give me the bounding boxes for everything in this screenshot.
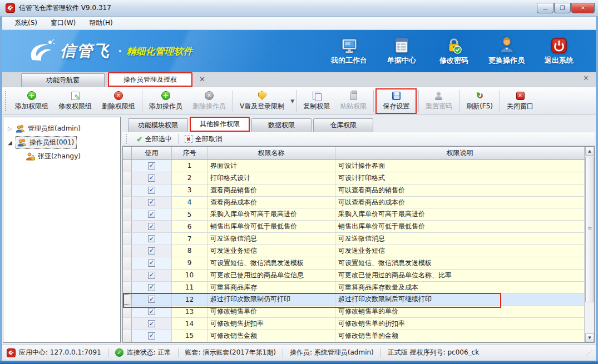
tab-operator-management[interactable]: 操作员管理及授权 (108, 72, 192, 87)
switch-operator-button[interactable]: 更换操作员 (488, 37, 525, 66)
refresh-button[interactable]: 刷新(F5) (461, 89, 498, 113)
document-center-button[interactable]: 单据中心 (384, 37, 419, 66)
header-permission-desc[interactable]: 权限说明 (335, 147, 585, 159)
table-row[interactable]: 15 可修改销售金额 可修改销售单的金额 (123, 330, 585, 342)
row-use-cell[interactable] (132, 221, 172, 232)
exit-system-button[interactable]: 退出系统 (541, 37, 577, 66)
scroll-down-icon[interactable] (585, 333, 594, 342)
change-password-button[interactable]: 修改密码 (436, 37, 472, 66)
scrollbar-thumb[interactable] (585, 157, 594, 302)
tree-item-operator-zhangy[interactable]: 张亚(zhangy) (3, 149, 120, 163)
save-settings-button[interactable]: 保存设置 (378, 89, 414, 113)
row-desc-cell[interactable]: 采购入库单价可高于最高进价 (335, 208, 585, 220)
ukey-login-limit-button[interactable]: V盾及登录限制 (235, 89, 289, 113)
tab-close-icon[interactable]: ✕ (199, 75, 205, 83)
header-number[interactable]: 序号 (172, 147, 207, 159)
row-checkbox[interactable] (148, 308, 155, 315)
row-checkbox[interactable] (148, 284, 155, 291)
collapsed-arrow-icon[interactable]: ▷ (8, 126, 16, 132)
row-use-cell[interactable] (132, 293, 172, 305)
row-checkbox[interactable] (148, 199, 155, 206)
deselect-all-button[interactable]: 全部取消 (180, 133, 227, 145)
edit-permission-group-button[interactable]: 修改权限组 (53, 89, 97, 113)
row-desc-cell[interactable]: 可修改销售单的单价 (335, 306, 585, 317)
row-use-cell[interactable] (132, 306, 172, 317)
tabstrip-close-icon[interactable]: ✕ (583, 74, 589, 82)
table-row[interactable]: 3 查看商品销售价 可以查看商品的销售价 (123, 185, 585, 197)
row-name-cell[interactable]: 销售出库单价可低于最低售价 (207, 221, 335, 232)
row-name-cell[interactable]: 可修改销售金额 (207, 330, 335, 342)
table-row[interactable]: 2 打印格式设计 可设计打印格式 (123, 172, 585, 185)
row-use-cell[interactable] (132, 318, 172, 330)
row-checkbox[interactable] (148, 235, 155, 242)
row-checkbox[interactable] (148, 211, 155, 218)
row-use-cell[interactable] (132, 233, 172, 245)
delete-permission-group-button[interactable]: 删除权限组 (97, 89, 140, 113)
menu-system[interactable]: 系统(S) (9, 17, 43, 29)
row-desc-cell[interactable]: 可设置短信、微信消息发送模板 (335, 257, 585, 269)
row-use-cell[interactable] (132, 208, 172, 220)
table-row[interactable]: 10 可更改已使用过的商品单位信息 可更改已使用过的商品单位名称、比率 (123, 270, 585, 282)
row-checkbox[interactable] (148, 320, 155, 327)
row-desc-cell[interactable]: 销售出库单价可低于最低售价 (335, 221, 585, 232)
table-row[interactable]: 6 销售出库单价可低于最低售价 销售出库单价可低于最低售价 (123, 221, 585, 233)
resize-grip-icon[interactable] (586, 349, 591, 357)
minimize-button[interactable] (537, 3, 553, 13)
tab-data-permissions[interactable]: 数据权限 (251, 118, 312, 132)
scroll-up-icon[interactable] (585, 147, 594, 156)
row-use-cell[interactable] (132, 257, 172, 269)
table-row[interactable]: 12 超过打印次数限制仍可打印 超过打印次数限制后可继续打印 (123, 293, 585, 306)
row-name-cell[interactable]: 界面设计 (207, 160, 335, 172)
paste-permissions-button[interactable]: 粘贴权限 (335, 89, 372, 113)
menu-window[interactable]: 窗口(W) (45, 17, 81, 29)
row-use-cell[interactable] (132, 172, 172, 184)
table-row[interactable]: 13 可修改销售单价 可修改销售单的单价 (123, 306, 585, 318)
table-row[interactable]: 8 可发送业务短信 可发送业务短信 (123, 245, 585, 257)
row-desc-cell[interactable]: 可发送微信消息 (335, 233, 585, 245)
header-permission-name[interactable]: 权限名称 (207, 147, 335, 159)
row-name-cell[interactable]: 可修改销售单价 (207, 306, 335, 317)
row-desc-cell[interactable]: 可以查看商品的成本价 (335, 197, 585, 208)
row-use-cell[interactable] (132, 245, 172, 257)
maximize-button[interactable] (554, 3, 571, 13)
row-desc-cell[interactable]: 可发送业务短信 (335, 245, 585, 257)
tab-module-permissions[interactable]: 功能模块权限 (128, 118, 188, 132)
row-use-cell[interactable] (132, 282, 172, 293)
copy-permissions-button[interactable]: 复制权限 (298, 89, 335, 113)
reset-password-button[interactable]: 重置密码 (421, 89, 457, 113)
row-checkbox[interactable] (148, 174, 155, 182)
row-name-cell[interactable]: 查看商品成本价 (207, 197, 335, 208)
row-desc-cell[interactable]: 可重算商品库存数量及成本 (335, 282, 585, 293)
menu-help[interactable]: 帮助(H) (83, 17, 118, 29)
row-name-cell[interactable]: 采购入库单价可高于最高进价 (207, 208, 335, 220)
tree-item-admin-group[interactable]: ▷ 管理员组(admin) (3, 122, 120, 136)
row-use-cell[interactable] (132, 270, 172, 281)
row-checkbox[interactable] (148, 272, 155, 279)
row-name-cell[interactable]: 可发送业务短信 (207, 245, 335, 257)
row-name-cell[interactable]: 超过打印次数限制仍可打印 (207, 293, 335, 305)
table-row[interactable]: 14 可修改销售折扣率 可修改销售单的折扣率 (123, 318, 585, 330)
row-name-cell[interactable]: 打印格式设计 (207, 172, 335, 184)
row-use-cell[interactable] (132, 160, 172, 172)
row-name-cell[interactable]: 可更改已使用过的商品单位信息 (207, 270, 335, 281)
table-row[interactable]: 4 查看商品成本价 可以查看商品的成本价 (123, 197, 585, 209)
row-desc-cell[interactable]: 可修改销售单的折扣率 (335, 318, 585, 330)
row-use-cell[interactable] (132, 185, 172, 196)
add-operator-button[interactable]: 添加操作员 (144, 89, 187, 113)
tab-other-permissions[interactable]: 其他操作权限 (190, 117, 250, 132)
table-row[interactable]: 7 可发送微信消息 可发送微信消息 (123, 233, 585, 245)
close-window-button[interactable]: 关闭窗口 (502, 89, 538, 113)
row-desc-cell[interactable]: 可设计打印格式 (335, 172, 585, 184)
row-name-cell[interactable]: 可修改销售折扣率 (207, 318, 335, 330)
row-desc-cell[interactable]: 可设计操作界面 (335, 160, 585, 172)
vertical-scrollbar[interactable] (585, 147, 594, 342)
select-all-button[interactable]: 全部选中 (131, 133, 177, 145)
row-desc-cell[interactable]: 可修改销售单的金额 (335, 330, 585, 342)
row-use-cell[interactable] (132, 197, 172, 208)
row-desc-cell[interactable]: 可以查看商品的销售价 (335, 185, 585, 196)
row-use-cell[interactable] (132, 330, 172, 342)
row-checkbox[interactable] (148, 247, 155, 255)
table-row[interactable]: 11 可重算商品库存 可重算商品库存数量及成本 (123, 282, 585, 294)
table-row[interactable]: 9 可设置短信、微信消息发送模板 可设置短信、微信消息发送模板 (123, 257, 585, 270)
tree-item-operator-group[interactable]: ◢ 操作员组(001) (3, 136, 120, 149)
